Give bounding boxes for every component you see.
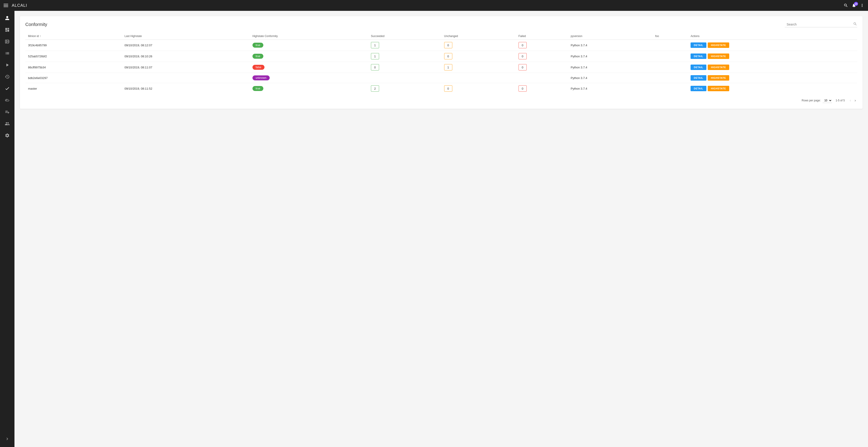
conformity-badge: false bbox=[252, 65, 265, 70]
table-row: bdb2e6e03297unknownPython 3.7.4DETAILHIG… bbox=[25, 73, 857, 83]
cell-succeeded: 2 bbox=[368, 83, 441, 94]
notification-badge: 14 bbox=[854, 2, 858, 6]
sidebar-item-network[interactable] bbox=[2, 36, 13, 47]
sidebar-bottom bbox=[2, 434, 13, 445]
cell-pyversion: Python 3.7.4 bbox=[568, 40, 653, 51]
cell-pyversion: Python 3.7.4 bbox=[568, 73, 653, 83]
cell-conformity-status: true bbox=[250, 83, 368, 94]
menu-icon[interactable] bbox=[4, 4, 8, 7]
cell-foo bbox=[652, 83, 688, 94]
conformity-badge: unknown bbox=[252, 75, 270, 80]
cell-unchanged: 1 bbox=[441, 62, 516, 73]
col-pyversion: pyversion bbox=[568, 33, 653, 40]
cell-failed: 0 bbox=[516, 51, 568, 62]
notification-icon[interactable]: 14 bbox=[852, 3, 856, 8]
cell-actions: DETAILHIGHSTATE bbox=[688, 83, 857, 94]
search-icon[interactable] bbox=[844, 3, 848, 8]
col-actions: Actions bbox=[688, 33, 857, 40]
col-minion-id[interactable]: Minion id ↑ bbox=[25, 33, 122, 40]
cell-conformity-status: true bbox=[250, 40, 368, 51]
sidebar-item-add-list[interactable] bbox=[2, 107, 13, 117]
cell-actions: DETAILHIGHSTATE bbox=[688, 51, 857, 62]
cell-last-highstate: 09/10/2019, 08:11:52 bbox=[122, 83, 250, 94]
cell-failed bbox=[516, 73, 568, 83]
detail-button[interactable]: DETAIL bbox=[690, 65, 706, 70]
conformity-badge: true bbox=[252, 43, 264, 48]
cell-foo bbox=[652, 51, 688, 62]
cell-foo bbox=[652, 73, 688, 83]
conformity-table: Minion id ↑ Last Highstate Highstate Con… bbox=[25, 33, 857, 94]
rows-per-page-label: Rows per page: bbox=[802, 99, 821, 102]
page-nav: ‹ › bbox=[848, 98, 857, 103]
cell-succeeded: 0 bbox=[368, 62, 441, 73]
sidebar-item-user[interactable] bbox=[2, 13, 13, 24]
sidebar-item-keys[interactable] bbox=[2, 95, 13, 106]
cell-minion-id: 525ab5726bf2 bbox=[25, 51, 122, 62]
cell-pyversion: Python 3.7.4 bbox=[568, 83, 653, 94]
conformity-badge: true bbox=[252, 86, 264, 91]
cell-actions: DETAILHIGHSTATE bbox=[688, 62, 857, 73]
col-failed: Failed bbox=[516, 33, 568, 40]
col-foo: foo bbox=[652, 33, 688, 40]
highstate-button[interactable]: HIGHSTATE bbox=[708, 75, 729, 80]
cell-succeeded: 1 bbox=[368, 40, 441, 51]
cell-unchanged bbox=[441, 73, 516, 83]
cell-minion-id: 3f19c4b95799 bbox=[25, 40, 122, 51]
rows-per-page-select[interactable]: 5 10 25 50 bbox=[823, 98, 832, 103]
card-header: Conformity bbox=[25, 22, 857, 27]
detail-button[interactable]: DETAIL bbox=[690, 54, 706, 59]
sidebar-item-settings[interactable] bbox=[2, 130, 13, 141]
cell-last-highstate: 09/10/2019, 08:12:07 bbox=[122, 40, 250, 51]
cell-succeeded bbox=[368, 73, 441, 83]
col-highstate-conformity: Highstate Conformity bbox=[250, 33, 368, 40]
cell-pyversion: Python 3.7.4 bbox=[568, 62, 653, 73]
detail-button[interactable]: DETAIL bbox=[690, 75, 706, 80]
highstate-button[interactable]: HIGHSTATE bbox=[708, 86, 729, 91]
cell-actions: DETAILHIGHSTATE bbox=[688, 73, 857, 83]
cell-failed: 0 bbox=[516, 83, 568, 94]
detail-button[interactable]: DETAIL bbox=[690, 86, 706, 91]
more-icon[interactable] bbox=[860, 3, 864, 8]
main-content: Conformity Minion id ↑ Last Highstate Hi… bbox=[14, 11, 868, 447]
sidebar-item-collapse[interactable] bbox=[2, 434, 13, 444]
cell-minion-id: 86cff9975b34 bbox=[25, 62, 122, 73]
highstate-button[interactable]: HIGHSTATE bbox=[708, 65, 729, 70]
cell-failed: 0 bbox=[516, 40, 568, 51]
cell-conformity-status: unknown bbox=[250, 73, 368, 83]
col-succeeded: Succeeded bbox=[368, 33, 441, 40]
sidebar-item-users[interactable] bbox=[2, 118, 13, 129]
conformity-card: Conformity Minion id ↑ Last Highstate Hi… bbox=[20, 16, 863, 109]
prev-page-button[interactable]: ‹ bbox=[848, 98, 852, 103]
highstate-button[interactable]: HIGHSTATE bbox=[708, 54, 729, 59]
cell-foo bbox=[652, 62, 688, 73]
next-page-button[interactable]: › bbox=[853, 98, 857, 103]
detail-button[interactable]: DETAIL bbox=[690, 42, 706, 48]
table-row: master09/10/2019, 08:11:52true200Python … bbox=[25, 83, 857, 94]
sidebar-item-conformity[interactable] bbox=[2, 83, 13, 94]
col-unchanged: Unchanged bbox=[441, 33, 516, 40]
cell-pyversion: Python 3.7.4 bbox=[568, 51, 653, 62]
cell-unchanged: 0 bbox=[441, 40, 516, 51]
sidebar-item-run[interactable] bbox=[2, 60, 13, 70]
highstate-button[interactable]: HIGHSTATE bbox=[708, 42, 729, 48]
cell-last-highstate: 09/10/2019, 08:10:26 bbox=[122, 51, 250, 62]
table-row: 3f19c4b9579909/10/2019, 08:12:07true100P… bbox=[25, 40, 857, 51]
app-title: ALCALI bbox=[12, 3, 844, 8]
sidebar-item-history[interactable] bbox=[2, 71, 13, 82]
cell-actions: DETAILHIGHSTATE bbox=[688, 40, 857, 51]
cell-succeeded: 1 bbox=[368, 51, 441, 62]
cell-last-highstate: 09/10/2019, 08:11:07 bbox=[122, 62, 250, 73]
table-body: 3f19c4b9579909/10/2019, 08:12:07true100P… bbox=[25, 40, 857, 94]
table-head: Minion id ↑ Last Highstate Highstate Con… bbox=[25, 33, 857, 40]
sidebar-item-dashboard[interactable] bbox=[2, 24, 13, 35]
topbar: ALCALI 14 bbox=[0, 0, 868, 11]
cell-minion-id: master bbox=[25, 83, 122, 94]
conformity-badge: true bbox=[252, 54, 264, 59]
search-input[interactable] bbox=[785, 22, 853, 27]
page-title: Conformity bbox=[25, 22, 47, 27]
sidebar-item-list[interactable] bbox=[2, 48, 13, 59]
cell-failed: 0 bbox=[516, 62, 568, 73]
topbar-icons: 14 bbox=[844, 3, 864, 8]
pagination: Rows per page: 5 10 25 50 1-5 of 5 ‹ › bbox=[25, 94, 857, 103]
rows-per-page: Rows per page: 5 10 25 50 bbox=[802, 98, 832, 103]
